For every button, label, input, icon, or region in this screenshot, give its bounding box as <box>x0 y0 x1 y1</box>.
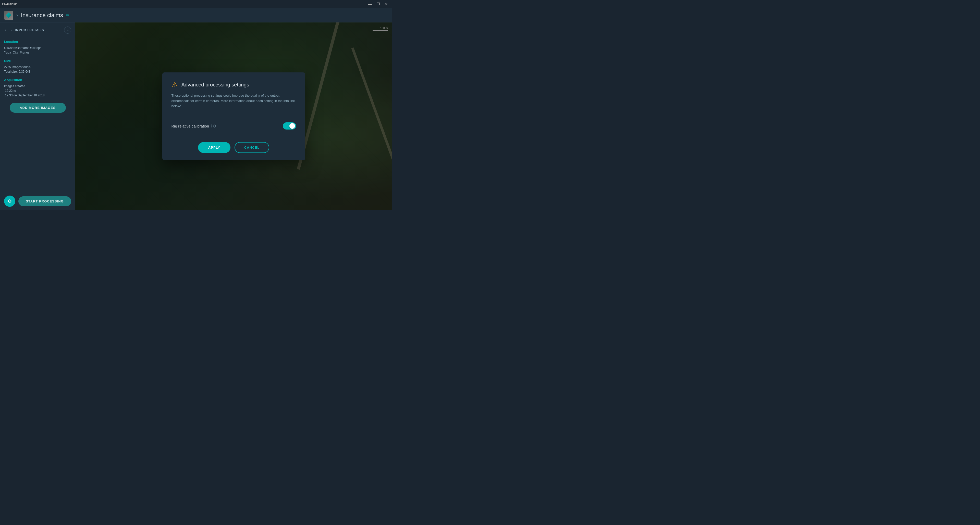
info-icon[interactable]: i <box>211 124 216 128</box>
project-title: Insurance claims <box>21 12 63 19</box>
rig-calibration-toggle[interactable] <box>283 122 296 130</box>
app-name-label: Pix4Dfields <box>2 2 18 6</box>
app-logo <box>4 11 13 20</box>
settings-gear-button[interactable]: ⚙ <box>4 195 15 207</box>
acquisition-value: Images created 12:22 to 12:33 on Septemb… <box>4 84 71 98</box>
close-button[interactable]: ✕ <box>383 0 390 8</box>
setting-label-row: Rig relative calibration i <box>172 124 216 128</box>
app-header: › Insurance claims ✏ <box>0 8 392 22</box>
main-layout: ← ← IMPORT DETAILS ⌄ Location C:/Users/B… <box>0 22 392 210</box>
titlebar: Pix4Dfields — ❐ ✕ <box>0 0 392 8</box>
start-processing-button[interactable]: START PROCESSING <box>18 196 71 206</box>
edit-icon[interactable]: ✏ <box>66 13 69 17</box>
location-value: C:/Users/Barbara/Desktop/Yuba_City_Prune… <box>4 46 71 55</box>
window-controls: — ❐ ✕ <box>366 0 390 8</box>
size-value: 2765 images found.Total size: 6,35 GiB <box>4 65 71 74</box>
size-label: Size <box>4 59 71 63</box>
import-details-label[interactable]: ← IMPORT DETAILS <box>11 28 44 32</box>
dialog-divider <box>172 115 296 115</box>
dialog-buttons: APPLY CANCEL <box>172 142 296 153</box>
minimize-button[interactable]: — <box>366 0 374 8</box>
rig-calibration-label: Rig relative calibration <box>172 124 209 128</box>
sidebar-header: ← ← IMPORT DETAILS ⌄ <box>4 27 71 34</box>
add-more-images-button[interactable]: ADD MORE IMAGES <box>10 103 66 113</box>
dialog-title: Advanced processing settings <box>181 82 249 88</box>
map-background: 100 m ⚠ Advanced processing settings The… <box>75 22 392 210</box>
sidebar: ← ← IMPORT DETAILS ⌄ Location C:/Users/B… <box>0 22 75 210</box>
bottom-bar: ⚙ START PROCESSING <box>0 192 75 210</box>
gear-icon: ⚙ <box>8 198 12 204</box>
breadcrumb-arrow: › <box>16 13 18 18</box>
app-title-bar: Pix4Dfields <box>2 2 18 6</box>
dialog-body: These optional processing settings could… <box>172 93 296 109</box>
acquisition-label: Acquisition <box>4 78 71 82</box>
map-area: 100 m ⚠ Advanced processing settings The… <box>75 22 392 210</box>
rig-calibration-row: Rig relative calibration i <box>172 121 296 132</box>
sidebar-header-left: ← ← IMPORT DETAILS <box>4 28 44 32</box>
back-icon: ← <box>4 28 8 32</box>
restore-button[interactable]: ❐ <box>375 0 382 8</box>
cancel-button[interactable]: CANCEL <box>234 142 269 153</box>
apply-button[interactable]: APPLY <box>198 142 231 153</box>
collapse-button[interactable]: ⌄ <box>64 27 71 34</box>
logo-diamond <box>6 13 11 18</box>
advanced-settings-dialog: ⚠ Advanced processing settings These opt… <box>162 72 305 160</box>
chevron-down-icon: ⌄ <box>66 28 69 32</box>
toggle-thumb <box>290 123 295 129</box>
location-label: Location <box>4 40 71 44</box>
dialog-title-row: ⚠ Advanced processing settings <box>172 81 296 89</box>
dialog-overlay: ⚠ Advanced processing settings These opt… <box>75 22 392 210</box>
warning-icon: ⚠ <box>172 81 178 89</box>
